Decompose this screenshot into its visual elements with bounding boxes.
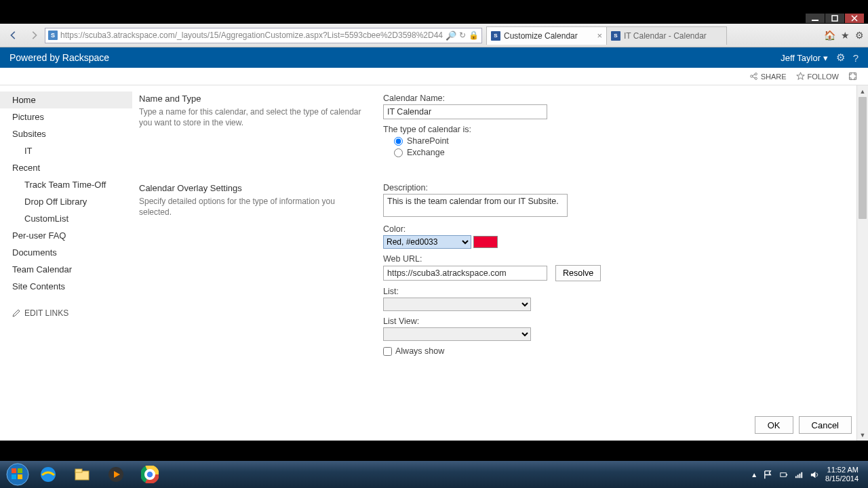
edit-links[interactable]: EDIT LINKS (0, 302, 132, 325)
calendar-type-label: The type of calendar is: (383, 125, 854, 134)
svg-rect-0 (812, 20, 818, 21)
start-button[interactable] (4, 461, 31, 488)
refresh-icon[interactable]: ↻ (459, 30, 466, 40)
nav-home[interactable]: Home (0, 92, 132, 108)
always-show-checkbox[interactable]: Always show (383, 346, 854, 356)
forward-button[interactable] (24, 27, 43, 43)
form-content: Name and Type Type a name for this calen… (132, 85, 868, 441)
back-button[interactable] (4, 27, 23, 43)
description-input[interactable]: This is the team calendar from our IT Su… (383, 194, 568, 217)
follow-link[interactable]: FOLLOW (796, 72, 839, 81)
nav-track-timeoff[interactable]: Track Team Time-Off (0, 176, 132, 193)
focus-icon[interactable] (848, 72, 857, 81)
listview-label: List View: (383, 317, 854, 326)
sharepoint-suite-bar: Powered by Rackspace Jeff Taylor ▾ ⚙ ? (0, 47, 868, 68)
nav-subsites[interactable]: Subsites (0, 125, 132, 142)
listview-select[interactable] (383, 327, 531, 341)
tray-power-icon[interactable] (778, 470, 789, 480)
nav-faq[interactable]: Per-user FAQ (0, 227, 132, 244)
resolve-button[interactable]: Resolve (555, 265, 601, 281)
favorites-icon[interactable]: ★ (841, 30, 850, 41)
tray-flag-icon[interactable] (763, 470, 773, 480)
nav-it-subsite[interactable]: IT (0, 142, 132, 159)
nav-recent[interactable]: Recent (0, 159, 132, 176)
svg-rect-8 (18, 468, 22, 473)
taskbar-chrome[interactable] (134, 463, 166, 486)
letterbox-bottom (0, 441, 868, 461)
svg-rect-1 (832, 16, 837, 21)
nav-dropoff[interactable]: Drop Off Library (0, 193, 132, 210)
color-label: Color: (383, 224, 854, 234)
section-title-name-type: Name and Type (139, 94, 370, 104)
nav-customlist[interactable]: CustomList (0, 210, 132, 227)
scroll-thumb[interactable] (859, 97, 867, 219)
tab-favicon: S (491, 31, 500, 41)
weburl-label: Web URL: (383, 254, 854, 264)
windows-taskbar: ▲ 11:52 AM 8/15/2014 (0, 461, 868, 488)
ok-button[interactable]: OK (755, 416, 793, 434)
cancel-button[interactable]: Cancel (799, 416, 852, 434)
browser-tab-inactive[interactable]: S IT Calendar - Calendar (606, 26, 727, 45)
scroll-down-icon[interactable]: ▼ (857, 429, 868, 441)
window-maximize-button[interactable] (825, 14, 844, 23)
tab-title: IT Calendar - Calendar (624, 31, 707, 41)
tools-icon[interactable]: ⚙ (855, 30, 864, 41)
tab-close-icon[interactable]: × (597, 30, 602, 41)
tray-network-icon[interactable] (794, 470, 804, 480)
svg-rect-13 (75, 469, 82, 472)
tab-title: Customize Calendar (504, 31, 578, 41)
tab-favicon: S (611, 31, 620, 41)
list-label: List: (383, 287, 854, 296)
quick-launch-nav: Home Pictures Subsites IT Recent Track T… (0, 85, 132, 441)
svg-rect-21 (786, 474, 787, 475)
tray-clock[interactable]: 11:52 AM 8/15/2014 (825, 466, 859, 483)
radio-sharepoint[interactable]: SharePoint (394, 136, 854, 146)
browser-tab-active[interactable]: S Customize Calendar × (486, 26, 607, 45)
gear-icon[interactable]: ⚙ (836, 52, 845, 64)
svg-rect-10 (18, 474, 22, 479)
address-bar[interactable]: S https://scuba3.atrackspace.com/_layout… (45, 28, 482, 43)
share-icon (749, 72, 758, 81)
window-minimize-button[interactable] (806, 14, 825, 23)
pencil-icon (12, 309, 20, 317)
calendar-name-input[interactable] (383, 104, 547, 119)
nav-team-calendar[interactable]: Team Calendar (0, 261, 132, 278)
section-desc-overlay: Specify detailed options for the type of… (139, 196, 370, 218)
svg-rect-9 (12, 474, 16, 479)
radio-exchange[interactable]: Exchange (394, 148, 854, 157)
letterbox-top (0, 0, 868, 24)
svg-rect-20 (781, 472, 786, 476)
vertical-scrollbar[interactable]: ▲ ▼ (856, 85, 868, 441)
page-actions-bar: SHARE FOLLOW (0, 68, 868, 85)
color-swatch (473, 236, 498, 248)
nav-pictures[interactable]: Pictures (0, 108, 132, 125)
window-close-button[interactable] (845, 14, 864, 23)
nav-site-contents[interactable]: Site Contents (0, 278, 132, 295)
svg-rect-7 (12, 468, 16, 473)
help-icon[interactable]: ? (853, 52, 859, 64)
user-menu[interactable]: Jeff Taylor ▾ (781, 53, 827, 63)
share-link[interactable]: SHARE (749, 72, 787, 81)
home-icon[interactable]: 🏠 (824, 30, 835, 41)
address-text: https://scuba3.atrackspace.com/_layouts/… (60, 30, 443, 40)
calendar-name-label: Calendar Name: (383, 94, 854, 103)
svg-point-19 (146, 471, 153, 478)
tray-up-icon[interactable]: ▲ (751, 471, 757, 479)
taskbar-media[interactable] (100, 463, 132, 486)
tray-volume-icon[interactable] (810, 470, 820, 480)
site-favicon: S (48, 30, 58, 40)
lock-icon: 🔒 (469, 30, 479, 40)
taskbar-ie[interactable] (32, 463, 64, 486)
section-title-overlay: Calendar Overlay Settings (139, 183, 370, 193)
weburl-input[interactable] (383, 266, 547, 281)
list-select[interactable] (383, 298, 531, 311)
taskbar-explorer[interactable] (66, 463, 98, 486)
svg-point-3 (755, 73, 757, 75)
svg-rect-5 (850, 73, 856, 80)
scroll-up-icon[interactable]: ▲ (857, 85, 868, 97)
color-select[interactable]: Red, #ed0033 (383, 235, 471, 249)
star-icon (796, 72, 805, 81)
nav-documents[interactable]: Documents (0, 244, 132, 261)
svg-point-4 (755, 77, 757, 79)
search-dropdown-icon[interactable]: 🔎 (446, 30, 456, 41)
